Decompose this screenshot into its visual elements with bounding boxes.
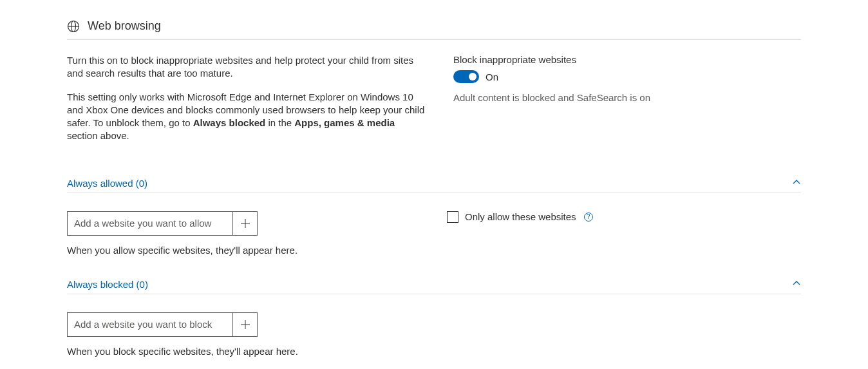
allowed-hint: When you allow specific websites, they'l…: [67, 245, 801, 256]
always-blocked-label: Always blocked (0): [67, 279, 148, 290]
section-header: Web browsing: [67, 19, 801, 40]
toggle-subtext: Adult content is blocked and SafeSearch …: [453, 92, 801, 103]
intro-para-2-bold1: Always blocked: [193, 117, 266, 128]
intro-left: Turn this on to block inappropriate webs…: [67, 54, 428, 153]
add-blocked-button[interactable]: [232, 313, 257, 336]
toggle-row: On: [453, 70, 801, 83]
chevron-up-icon: [792, 178, 801, 189]
block-websites-toggle[interactable]: [453, 70, 479, 83]
toggle-state: On: [486, 71, 498, 82]
add-allowed-button[interactable]: [232, 212, 257, 235]
always-blocked-header[interactable]: Always blocked (0): [67, 279, 801, 294]
allowed-website-input[interactable]: [68, 213, 232, 234]
always-allowed-label: Always allowed (0): [67, 178, 147, 189]
intro-para-1: Turn this on to block inappropriate webs…: [67, 54, 428, 80]
intro-para-2: This setting only works with Microsoft E…: [67, 91, 428, 143]
only-allow-row: Only allow these websites ?: [447, 211, 593, 223]
plus-icon: [240, 218, 250, 229]
only-allow-label: Only allow these websites: [465, 211, 576, 222]
toggle-label: Block inappropriate websites: [453, 54, 801, 65]
intro-row: Turn this on to block inappropriate webs…: [67, 54, 801, 153]
allowed-input-row: Only allow these websites ?: [67, 211, 801, 236]
help-icon[interactable]: ?: [584, 213, 593, 222]
intro-right: Block inappropriate websites On Adult co…: [453, 54, 801, 153]
blocked-hint: When you block specific websites, they'l…: [67, 346, 801, 357]
only-allow-checkbox[interactable]: [447, 211, 458, 223]
allowed-input-wrap: [67, 211, 258, 236]
plus-icon: [240, 319, 250, 330]
intro-para-2-mid: in the: [265, 117, 294, 128]
intro-para-2-post: section above.: [67, 130, 129, 141]
blocked-input-wrap: [67, 312, 258, 337]
blocked-input-row: [67, 312, 801, 337]
section-title: Web browsing: [88, 19, 161, 33]
blocked-website-input[interactable]: [68, 314, 232, 335]
intro-para-2-bold2: Apps, games & media: [294, 117, 395, 128]
toggle-knob: [469, 73, 476, 80]
globe-icon: [67, 20, 80, 33]
chevron-up-icon: [792, 279, 801, 290]
always-allowed-header[interactable]: Always allowed (0): [67, 178, 801, 193]
